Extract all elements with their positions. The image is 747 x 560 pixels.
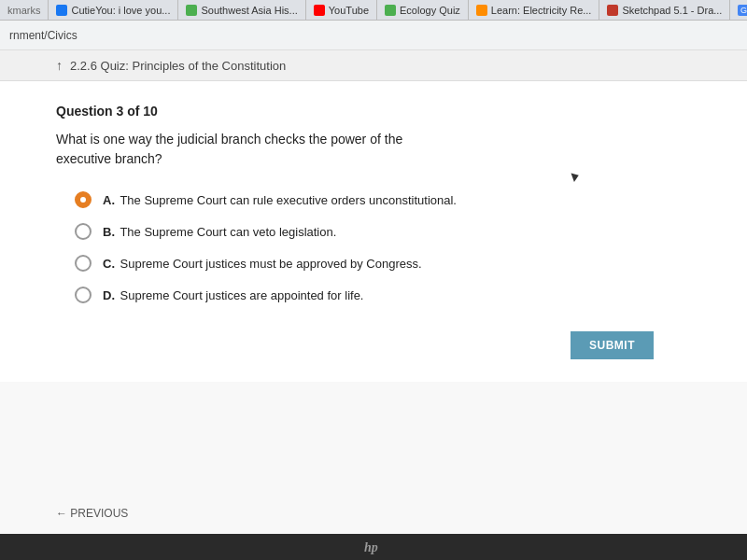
- previous-navigation[interactable]: ← PREVIOUS: [56, 507, 128, 520]
- southwest-icon: [186, 5, 197, 16]
- submit-button[interactable]: SUBMIT: [571, 331, 654, 359]
- google-icon: G: [738, 5, 747, 16]
- tab-southwest-label: Southwest Asia His...: [201, 5, 297, 16]
- question-text: What is one way the judicial branch chec…: [56, 130, 430, 169]
- option-b-label: B. The Supreme Court can veto legislatio…: [103, 225, 336, 239]
- radio-b[interactable]: [75, 223, 92, 240]
- previous-label: ← PREVIOUS: [56, 507, 128, 520]
- radio-a[interactable]: [75, 191, 92, 208]
- breadcrumb: rnment/Civics: [9, 29, 78, 42]
- learn-icon: [476, 5, 487, 16]
- tab-cutie-label: CutieYou: i love you...: [71, 5, 170, 16]
- option-b[interactable]: B. The Supreme Court can veto legislatio…: [75, 223, 691, 240]
- radio-c[interactable]: [75, 255, 92, 272]
- address-bar: rnment/Civics: [0, 21, 747, 50]
- hp-logo: hp: [360, 539, 387, 555]
- quiz-body: Question 3 of 10 What is one way the jud…: [0, 81, 747, 382]
- bookmarks-label: kmarks: [7, 5, 40, 16]
- sketchpad-icon: [607, 5, 618, 16]
- tab-ecology-label: Ecology Quiz: [400, 5, 460, 16]
- page-content: ↑ 2.2.6 Quiz: Principles of the Constitu…: [0, 50, 747, 534]
- laptop-bezel: hp: [0, 534, 747, 560]
- youtube-icon: [314, 5, 325, 16]
- svg-text:hp: hp: [364, 540, 378, 554]
- tab-learn[interactable]: Learn: Electricity Re...: [469, 0, 600, 20]
- tab-ecology[interactable]: Ecology Quiz: [377, 0, 469, 20]
- question-label: Question 3 of 10: [56, 104, 691, 119]
- option-c[interactable]: C. Supreme Court justices must be approv…: [75, 255, 691, 272]
- tab-country[interactable]: G country artis...: [730, 0, 747, 20]
- option-c-label: C. Supreme Court justices must be approv…: [103, 257, 422, 271]
- tab-sketchpad[interactable]: Sketchpad 5.1 - Dra...: [599, 0, 730, 20]
- tab-sketchpad-label: Sketchpad 5.1 - Dra...: [622, 5, 722, 16]
- radio-d[interactable]: [75, 287, 92, 303]
- tab-learn-label: Learn: Electricity Re...: [491, 5, 592, 16]
- tab-bookmarks[interactable]: kmarks: [0, 0, 49, 20]
- quiz-header: ↑ 2.2.6 Quiz: Principles of the Constitu…: [0, 50, 747, 81]
- browser-tabs: kmarks CutieYou: i love you... Southwest…: [0, 0, 747, 21]
- tab-youtube-label: YouTube: [329, 5, 369, 16]
- quiz-header-title: 2.2.6 Quiz: Principles of the Constituti…: [70, 59, 286, 73]
- ecology-icon: [385, 5, 396, 16]
- tab-cutie[interactable]: CutieYou: i love you...: [49, 0, 178, 20]
- option-d-label: D. Supreme Court justices are appointed …: [103, 288, 363, 302]
- tab-youtube[interactable]: YouTube: [306, 0, 377, 20]
- answer-options: A. The Supreme Court can rule executive …: [75, 191, 691, 303]
- submit-area: SUBMIT: [56, 331, 691, 359]
- option-a[interactable]: A. The Supreme Court can rule executive …: [75, 191, 691, 208]
- facebook-icon: [56, 5, 67, 16]
- option-a-label: A. The Supreme Court can rule executive …: [103, 193, 457, 207]
- quiz-header-icon: ↑: [56, 58, 63, 73]
- option-d[interactable]: D. Supreme Court justices are appointed …: [75, 287, 691, 303]
- tab-southwest[interactable]: Southwest Asia His...: [178, 0, 305, 20]
